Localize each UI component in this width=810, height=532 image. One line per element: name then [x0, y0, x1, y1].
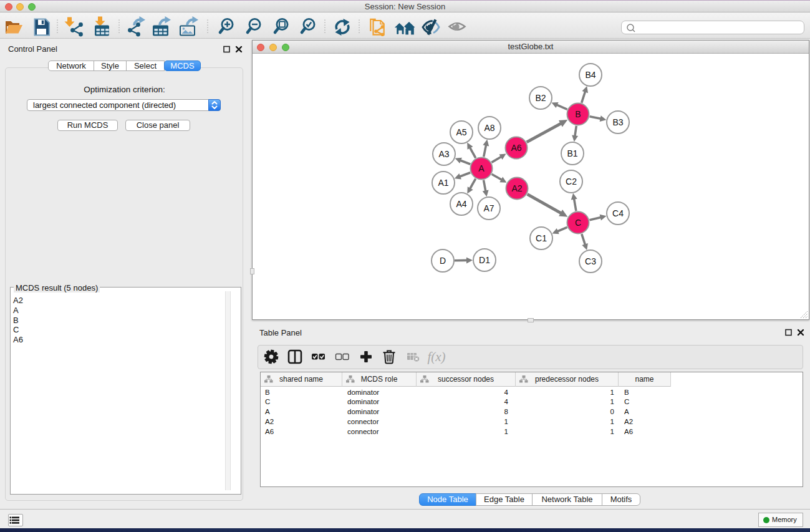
svg-text:C3: C3: [585, 256, 596, 266]
svg-text:A7: A7: [483, 203, 494, 213]
svg-text:C: C: [575, 218, 581, 228]
svg-text:A3: A3: [438, 149, 449, 159]
svg-text:A4: A4: [456, 199, 466, 209]
svg-text:C1: C1: [536, 233, 547, 243]
svg-text:B3: B3: [612, 117, 623, 127]
svg-text:A6: A6: [511, 143, 521, 153]
svg-text:D1: D1: [479, 255, 490, 265]
svg-text:A5: A5: [456, 127, 466, 137]
svg-text:C4: C4: [612, 208, 624, 218]
svg-text:A8: A8: [484, 123, 494, 133]
svg-text:C2: C2: [566, 177, 577, 186]
svg-text:B: B: [575, 109, 581, 119]
svg-text:A1: A1: [438, 178, 448, 188]
svg-text:A2: A2: [511, 183, 522, 193]
svg-text:B4: B4: [585, 70, 595, 80]
svg-text:B2: B2: [535, 93, 546, 103]
svg-text:f(x): f(x): [427, 349, 445, 364]
svg-text:A: A: [478, 163, 485, 173]
svg-text:D: D: [440, 256, 446, 266]
svg-text:B1: B1: [567, 148, 577, 158]
